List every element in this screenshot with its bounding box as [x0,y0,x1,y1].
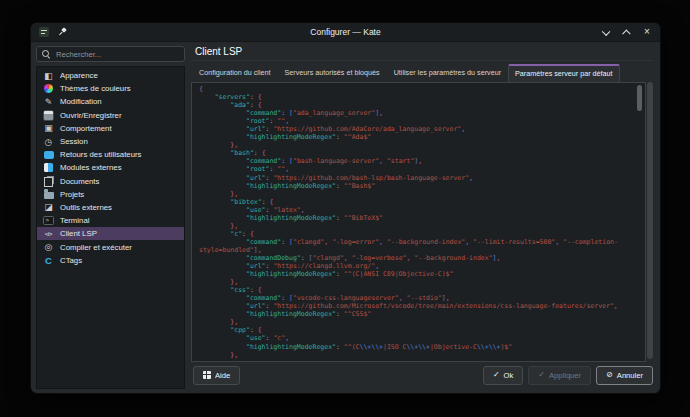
sidebar-item-comportement[interactable]: ▣Comportement [37,122,184,135]
sidebar-item-themes-de-couleurs[interactable]: Thèmes de couleurs [37,82,184,95]
apply-button-label: Appliquer [549,371,581,380]
sidebar-item-label: Retours des utilisateurs [60,150,141,159]
ok-button[interactable]: ✓ Ok [483,366,523,385]
code-line: "command": ["clangd", "-log=error", "--b… [199,238,632,246]
editor-scrollbar-thumb[interactable] [637,85,642,111]
settings-nav: ◧ApparenceThèmes de couleurs✎Modificatio… [36,66,185,389]
sidebar-item-modification[interactable]: ✎Modification [37,95,184,108]
titlebar[interactable]: Configurer — Kate × [31,23,660,42]
code-line: "servers": { [199,93,632,101]
cancel-icon: ⊘ [606,371,613,379]
desktop-backdrop: Configurer — Kate × ◧ApparenceThèmes de … [0,0,690,417]
lsp-icon: </> [43,228,54,239]
close-button[interactable]: × [642,27,652,37]
code-line: "css": { [199,286,632,294]
tab-utiliser-les-parametres-du-serveur[interactable]: Utiliser les paramètres du serveur [387,63,508,82]
code-line: "bibtex": { [199,198,632,206]
sidebar-item-label: Terminal [60,216,89,225]
sidebar-item-terminal[interactable]: >Terminal [37,214,184,227]
window-title: Configurer — Kate [31,27,660,37]
sidebar-item-label: Outils externes [60,203,112,212]
code-line: style=bundled"], [199,246,632,254]
help-icon [203,371,211,379]
search-field[interactable] [36,46,185,62]
sidebar-item-ctags[interactable]: CCTags [37,254,184,267]
sidebar-item-projets[interactable]: Projets [37,188,184,201]
page-scrollbar[interactable] [647,82,653,359]
configure-dialog: Configurer — Kate × ◧ApparenceThèmes de … [30,22,661,394]
sidebar-item-label: Ouvrir/Enregistrer [60,111,122,120]
sidebar-item-label: CTags [60,256,82,265]
sidebar-item-documents[interactable]: Documents [37,175,184,188]
tabbar: Configuration du clientServeurs autorisé… [191,61,653,82]
code-line: "highlightingModeRegex": "^BibTeX$" [199,214,632,222]
window-controls: × [600,27,652,37]
sidebar-item-ouvrir-enregistrer[interactable]: Ouvrir/Enregistrer [37,109,184,122]
code-line: "ada": { [199,101,632,109]
minimize-button[interactable] [600,27,610,37]
page-title: Client LSP [191,42,653,61]
page-scrollbar-thumb[interactable] [647,82,653,359]
ctags-icon: C [43,255,54,266]
appearance-icon: ◧ [43,70,54,81]
search-input[interactable] [56,50,179,59]
settings-page: Client LSP Configuration du clientServeu… [188,42,660,393]
cancel-button[interactable]: ⊘ Annuler [596,366,653,385]
sidebar-item-compiler-et-executer[interactable]: ◎Compiler et exécuter [37,240,184,253]
terminal-icon: > [43,216,54,225]
code-line: "highlightingModeRegex": "^Ada$" [199,133,632,141]
sidebar-item-label: Thèmes de couleurs [60,84,131,93]
maximize-button[interactable] [621,27,631,37]
sidebar-item-label: Comportement [60,124,112,133]
code-line: "cpp": { [199,326,632,334]
sidebar-item-label: Documents [60,177,99,186]
code-line: "use": "latex", [199,206,632,214]
code-line: }, [199,141,632,149]
ok-button-label: Ok [504,371,514,380]
code-line: }, [199,318,632,326]
footer: Aide ✓ Ok ✓ Appliquer ⊘ Annuler [191,362,653,393]
code-line: }, [199,190,632,198]
code-line: "bash": { [199,149,632,157]
code-line: "url": "https://github.com/bash-lsp/bash… [199,174,632,182]
search-icon [42,50,51,59]
sidebar-item-apparence[interactable]: ◧Apparence [37,69,184,82]
chevron-down-icon [601,28,609,36]
code-line: }, [199,222,632,230]
tab-configuration-du-client[interactable]: Configuration du client [192,63,278,82]
tools-icon: ◪ [43,202,54,213]
code-line: "url": "https://github.com/AdaCore/ada_l… [199,125,632,133]
sidebar-item-session[interactable]: ◷Session [37,135,184,148]
sidebar-item-modules-externes[interactable]: Modules externes [37,161,184,174]
apply-button[interactable]: ✓ Appliquer [528,366,591,385]
sidebar-item-retours-des-utilisateurs[interactable]: Retours des utilisateurs [37,148,184,161]
check-icon: ✓ [493,371,500,379]
kate-app-icon [39,27,49,37]
sidebar-item-label: Client LSP [60,229,97,238]
code-line: "url": "https://github.com/Microsoft/vsc… [199,302,632,310]
sidebar-item-client-lsp[interactable]: </>Client LSP [37,227,184,240]
projects-icon [43,189,54,200]
code-line: "command": ["ada_language_server"], [199,109,632,117]
json-editor[interactable]: { "servers": { "ada": { "command": ["ada… [191,82,646,362]
check-icon: ✓ [538,371,545,379]
code-line: "root": "", [199,165,632,173]
code-line: "command": ["bash-language-server", "sta… [199,157,632,165]
help-button-label: Aide [215,371,230,380]
tab-parametres-serveur-par-defaut[interactable]: Paramètres serveur par défaut [508,64,619,82]
code-line: { [199,85,632,93]
sidebar-item-label: Modules externes [60,163,122,172]
sidebar-item-label: Apparence [60,71,98,80]
pin-icon[interactable] [58,27,67,37]
code-line: }, [199,351,632,359]
help-button[interactable]: Aide [193,366,240,385]
tab-serveurs-autorises-et-bloques[interactable]: Serveurs autorisés et bloqués [278,63,387,82]
code-area[interactable]: { "servers": { "ada": { "command": ["ada… [199,85,632,360]
chevron-up-icon [622,28,630,36]
sidebar-item-label: Compiler et exécuter [60,243,132,252]
sidebar-item-outils-externes[interactable]: ◪Outils externes [37,201,184,214]
code-line: "highlightingModeRegex": "^CSS$" [199,310,632,318]
edit-icon: ✎ [43,96,54,107]
code-line: "commandDebug": ["clangd", "-log=verbose… [199,254,632,262]
editor-scrollbar[interactable] [637,85,642,359]
